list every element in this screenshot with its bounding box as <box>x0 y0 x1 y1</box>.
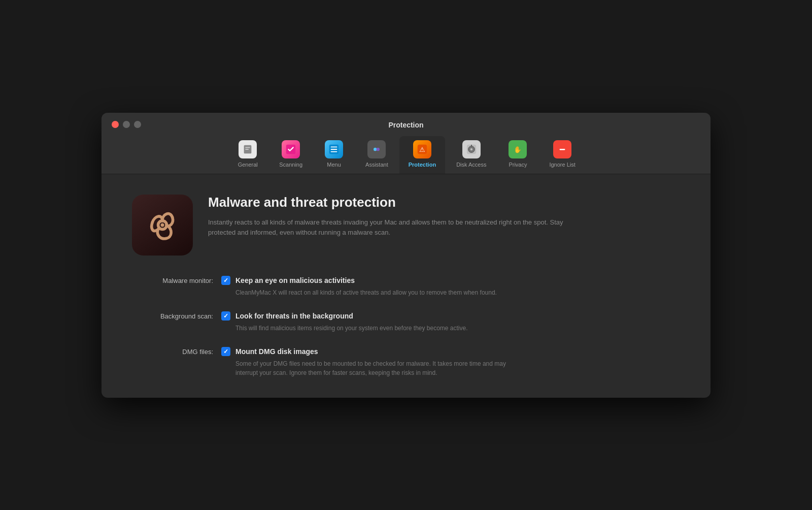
hero-section: Malware and threat protection Instantly … <box>132 195 680 256</box>
tab-icon-assistant <box>367 140 386 158</box>
tab-scanning[interactable]: Scanning <box>270 136 312 174</box>
tab-icon-menu <box>325 140 343 158</box>
tab-label-menu: Menu <box>327 162 341 168</box>
setting-label-0: Malware monitor: <box>132 276 213 284</box>
checkbox-1[interactable] <box>221 311 230 321</box>
tab-icon-disk-access <box>462 140 481 158</box>
checkbox-row-0: Keep an eye on malicious activities <box>221 276 497 285</box>
checkbox-label-2: Mount DMG disk images <box>235 347 318 356</box>
checkbox-row-2: Mount DMG disk images <box>221 347 520 356</box>
tab-label-protection: Protection <box>409 162 436 168</box>
hero-description: Instantly reacts to all kinds of malware… <box>208 217 573 239</box>
svg-rect-20 <box>560 149 565 150</box>
svg-rect-1 <box>246 147 250 148</box>
tab-icon-ignore-list <box>553 140 571 158</box>
titlebar: Protection GeneralScanningMenuAssistant⚠… <box>101 113 710 174</box>
setting-content-0: Keep an eye on malicious activitiesClean… <box>221 276 497 297</box>
tab-label-disk-access: Disk Access <box>456 162 486 168</box>
app-window: Protection GeneralScanningMenuAssistant⚠… <box>101 113 710 398</box>
main-content: Malware and threat protection Instantly … <box>101 174 710 398</box>
setting-desc-1: This will find malicious items residing … <box>235 324 468 333</box>
window-title: Protection <box>112 121 700 129</box>
svg-rect-5 <box>331 146 337 147</box>
hero-title: Malware and threat protection <box>208 195 573 210</box>
tab-label-general: General <box>238 162 258 168</box>
svg-rect-16 <box>471 144 472 146</box>
biohazard-svg <box>145 207 180 243</box>
tab-icon-scanning <box>282 140 300 158</box>
tab-icon-privacy: ✋ <box>509 140 527 158</box>
setting-content-2: Mount DMG disk imagesSome of your DMG fi… <box>221 347 520 377</box>
setting-label-1: Background scan: <box>132 311 213 320</box>
svg-point-9 <box>374 147 377 150</box>
app-icon <box>132 195 193 256</box>
setting-desc-0: CleanMyMac X will react on all kinds of … <box>235 288 497 297</box>
setting-desc-2: Some of your DMG files need to be mounte… <box>235 359 520 377</box>
tab-assistant[interactable]: Assistant <box>356 136 397 174</box>
tab-protection[interactable]: ⚠Protection <box>399 136 445 174</box>
checkbox-row-1: Look for threats in the background <box>221 311 468 321</box>
svg-rect-7 <box>331 151 337 152</box>
svg-rect-2 <box>246 149 249 150</box>
toolbar: GeneralScanningMenuAssistant⚠ProtectionD… <box>222 136 590 174</box>
tab-general[interactable]: General <box>227 136 268 174</box>
svg-point-22 <box>161 223 164 227</box>
hero-text: Malware and threat protection Instantly … <box>208 195 573 239</box>
svg-rect-6 <box>331 149 337 150</box>
tab-disk-access[interactable]: Disk Access <box>447 136 495 174</box>
tab-icon-protection: ⚠ <box>413 140 431 158</box>
setting-row-0: Malware monitor:Keep an eye on malicious… <box>132 276 680 297</box>
checkbox-label-1: Look for threats in the background <box>235 312 353 320</box>
tab-icon-general <box>239 140 257 158</box>
tab-label-scanning: Scanning <box>279 162 302 168</box>
tab-privacy[interactable]: ✋Privacy <box>497 136 538 174</box>
setting-content-1: Look for threats in the backgroundThis w… <box>221 311 468 333</box>
svg-point-10 <box>377 147 380 150</box>
setting-row-2: DMG files:Mount DMG disk imagesSome of y… <box>132 347 680 377</box>
checkbox-label-0: Keep an eye on malicious activities <box>235 276 355 284</box>
setting-row-1: Background scan:Look for threats in the … <box>132 311 680 333</box>
tab-label-assistant: Assistant <box>365 162 388 168</box>
tab-ignore-list[interactable]: Ignore List <box>540 136 584 174</box>
setting-label-2: DMG files: <box>132 347 213 356</box>
settings-section: Malware monitor:Keep an eye on malicious… <box>132 276 680 377</box>
tab-menu[interactable]: Menu <box>314 136 354 174</box>
checkbox-0[interactable] <box>221 276 230 285</box>
tab-label-privacy: Privacy <box>509 162 527 168</box>
svg-text:✋: ✋ <box>514 145 522 153</box>
tab-label-ignore-list: Ignore List <box>549 162 575 168</box>
svg-point-15 <box>470 148 472 150</box>
checkbox-2[interactable] <box>221 347 230 356</box>
svg-text:⚠: ⚠ <box>419 145 425 153</box>
